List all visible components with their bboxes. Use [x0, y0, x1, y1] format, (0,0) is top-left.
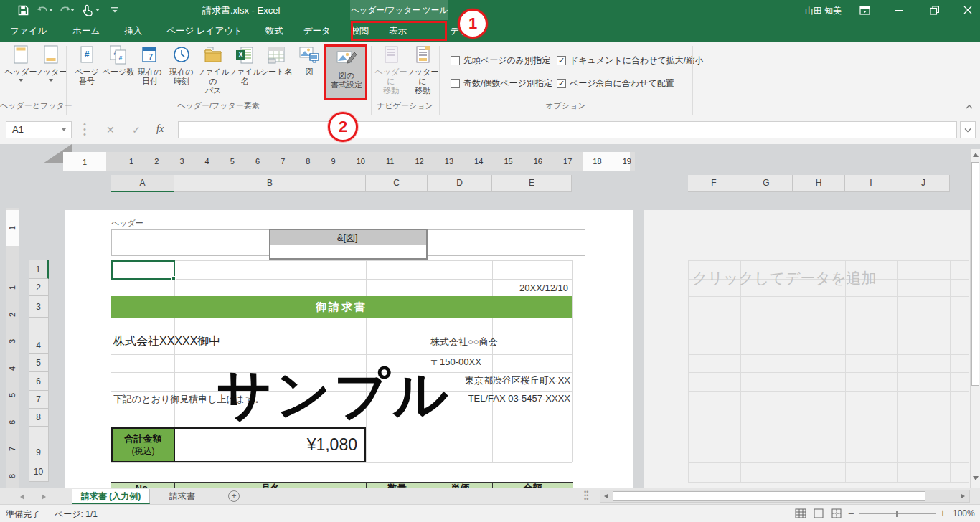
sender-company[interactable]: 株式会社○○商会	[430, 336, 498, 348]
item-table-header-clipped: No. 品名 数量 単価 金額	[111, 482, 573, 488]
insert-function-icon[interactable]: fx	[156, 123, 164, 135]
column-header-I[interactable]: I	[845, 175, 897, 192]
normal-view-icon[interactable]	[795, 508, 806, 521]
tab-scrollbar-splitter[interactable]: ••••••	[584, 490, 588, 501]
tab-formulas[interactable]: 数式	[255, 20, 293, 42]
formula-bar-expand-icon[interactable]	[960, 121, 976, 138]
qat-customize-icon[interactable]	[108, 3, 122, 17]
add-data-placeholder[interactable]: クリックしてデータを追加	[692, 268, 876, 288]
row-header-10[interactable]: 10	[29, 462, 49, 482]
footer-button[interactable]: フッター	[34, 44, 67, 82]
page-number-button[interactable]: # ページ 番号	[70, 44, 103, 86]
zoom-out-icon[interactable]: −	[848, 507, 854, 519]
column-header-J[interactable]: J	[897, 175, 950, 192]
sheet-name-button[interactable]: シート名	[260, 44, 293, 77]
save-icon[interactable]	[16, 3, 30, 17]
row-header-2[interactable]: 2	[29, 279, 49, 296]
ribbon-display-options-icon[interactable]	[852, 0, 877, 20]
scroll-up-icon[interactable]	[973, 153, 979, 157]
undo-icon[interactable]	[36, 3, 50, 17]
new-sheet-icon[interactable]: +	[228, 490, 240, 502]
formula-input[interactable]	[178, 121, 957, 138]
goto-header-icon	[382, 44, 400, 66]
row-header-8[interactable]: 8	[29, 409, 49, 427]
fill-handle[interactable]	[171, 276, 176, 280]
sheet-tab-active[interactable]: 請求書 (入力例)	[72, 489, 150, 504]
goto-footer-button[interactable]: フッターに 移動	[406, 44, 439, 95]
zoom-slider-thumb[interactable]	[896, 511, 898, 517]
header-button[interactable]: ヘッダー	[4, 44, 37, 82]
tab-home[interactable]: ホーム	[62, 20, 110, 42]
touch-mode-icon[interactable]	[80, 3, 95, 17]
row-header-5[interactable]: 5	[29, 354, 49, 372]
row-header-6[interactable]: 6	[29, 372, 49, 391]
zoom-in-icon[interactable]: +	[940, 507, 946, 518]
minimize-button[interactable]	[887, 0, 911, 20]
total-value-cell[interactable]: ¥1,080	[174, 427, 366, 462]
horizontal-scrollbar[interactable]	[600, 490, 970, 503]
sheet-prev-icon[interactable]	[20, 494, 24, 500]
checkbox-different-first-page[interactable]: 先頭ページのみ別指定	[451, 54, 550, 67]
current-date-button[interactable]: 7 現在の 日付	[133, 44, 166, 86]
redo-dropdown-icon[interactable]	[70, 9, 75, 11]
header-center-section[interactable]: &[図]	[269, 229, 428, 260]
invoice-title-banner[interactable]: 御請求書	[111, 296, 572, 318]
scroll-right-icon[interactable]	[961, 494, 965, 498]
scroll-down-icon[interactable]	[973, 476, 979, 480]
page-layout-view-icon[interactable]	[813, 508, 824, 521]
goto-footer-icon	[413, 44, 432, 66]
tab-data[interactable]: データ	[293, 20, 341, 42]
sender-tel[interactable]: TEL/FAX 03-5457-XXXX	[430, 393, 570, 404]
checkbox-scale-with-document[interactable]: ✓ドキュメントに合わせて拡大/縮小	[557, 54, 703, 67]
row-header-3[interactable]: 3	[29, 296, 49, 318]
column-header-B[interactable]: B	[174, 175, 366, 192]
undo-dropdown-icon[interactable]	[49, 9, 53, 11]
row-header-7[interactable]: 7	[29, 391, 49, 409]
checkbox-align-with-margins[interactable]: ✓ページ余白に合わせて配置	[557, 77, 674, 90]
page-count-button[interactable]: ## ページ数	[102, 44, 135, 77]
tab-page-layout[interactable]: ページ レイアウト	[156, 20, 253, 42]
goto-header-button: ヘッダーに 移動	[374, 44, 407, 95]
column-header-A[interactable]: A	[111, 175, 174, 192]
tab-insert[interactable]: 挿入	[114, 20, 152, 42]
formula-bar-splitter[interactable]: •••	[83, 122, 86, 137]
row-header-4[interactable]: 4	[29, 318, 49, 354]
sheet-next-icon[interactable]	[42, 494, 46, 500]
file-name-button[interactable]: X ファイル名	[228, 44, 261, 86]
sender-address[interactable]: 東京都渋谷区桜丘町X-XX	[430, 374, 570, 387]
row-header-9[interactable]: 9	[29, 427, 49, 462]
vertical-scroll-thumb[interactable]	[971, 162, 979, 386]
redo-icon[interactable]	[57, 3, 72, 17]
selected-cell-A1[interactable]	[111, 260, 175, 280]
picture-button[interactable]: 図	[296, 44, 323, 77]
invoice-date[interactable]: 20XX/12/10	[492, 283, 568, 293]
file-path-button[interactable]: ファイルの パス	[197, 44, 230, 95]
column-header-E[interactable]: E	[492, 175, 572, 192]
group-label-header-footer: ヘッダーとフッター	[0, 100, 66, 111]
row-header-1[interactable]: 1	[29, 260, 49, 279]
horizontal-ruler: 1 12345678910111213141516171819	[63, 152, 635, 171]
ribbon-collapse-icon[interactable]	[965, 103, 974, 111]
vertical-scrollbar[interactable]	[970, 149, 980, 488]
total-label-cell[interactable]: 合計金額 (税込)	[111, 427, 175, 462]
page-break-view-icon[interactable]	[831, 508, 842, 521]
column-header-H[interactable]: H	[793, 175, 845, 192]
column-header-G[interactable]: G	[740, 175, 793, 192]
name-box-dropdown-icon[interactable]	[62, 128, 66, 131]
tab-file[interactable]: ファイル	[0, 20, 57, 42]
sheet-tab-second[interactable]: 請求書	[161, 489, 204, 504]
column-header-D[interactable]: D	[428, 175, 492, 192]
scroll-left-icon[interactable]	[604, 494, 608, 498]
close-button[interactable]	[956, 0, 980, 20]
column-header-F[interactable]: F	[688, 175, 740, 192]
checkbox-different-odd-even[interactable]: 奇数/偶数ページ別指定	[451, 77, 552, 90]
horizontal-scroll-thumb[interactable]	[613, 491, 925, 501]
touch-mode-dropdown-icon[interactable]	[95, 9, 100, 11]
recipient-name[interactable]: 株式会社XXXXX御中	[113, 334, 220, 349]
restore-button[interactable]	[922, 0, 946, 20]
ribbon-tab-row: ファイル ホーム 挿入 ページ レイアウト 数式 データ 校閲 表示 デザイン …	[0, 20, 980, 42]
zoom-level[interactable]: 100%	[953, 508, 975, 518]
current-time-button[interactable]: 現在の 時刻	[165, 44, 198, 86]
sheet-tab-bar: 請求書 (入力例) 請求書 + ••••••	[0, 488, 980, 504]
column-header-C[interactable]: C	[366, 175, 428, 192]
